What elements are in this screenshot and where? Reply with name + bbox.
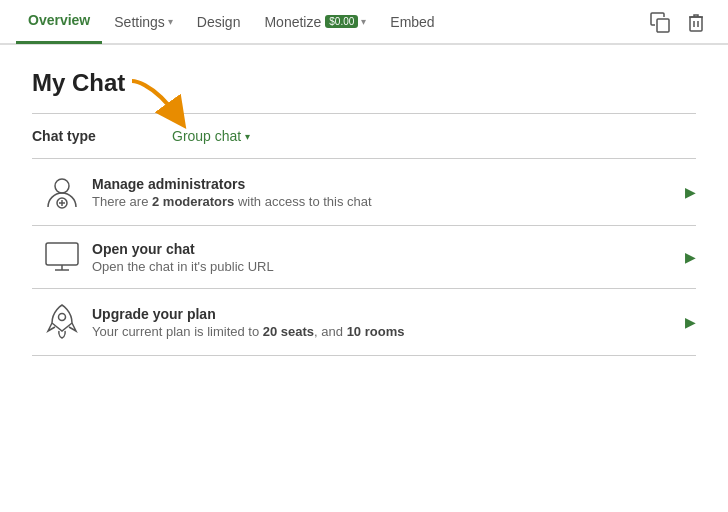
main-content: My Chat Chat type Group chat ▾ — [0, 45, 728, 380]
chat-type-label: Chat type — [32, 128, 172, 144]
nav-item-settings[interactable]: Settings ▾ — [102, 0, 185, 44]
nav-item-embed[interactable]: Embed — [378, 0, 446, 44]
delete-button[interactable] — [680, 6, 712, 38]
nav-label-monetize: Monetize — [264, 14, 321, 30]
upgrade-plan-content: Upgrade your plan Your current plan is l… — [92, 306, 673, 339]
nav-label-overview: Overview — [28, 12, 90, 28]
chevron-down-icon: ▾ — [168, 16, 173, 27]
upgrade-plan-desc: Your current plan is limited to 20 seats… — [92, 324, 673, 339]
manage-admins-content: Manage administrators There are 2 modera… — [92, 176, 673, 209]
chat-type-chevron-icon: ▾ — [245, 131, 250, 142]
list-item-manage-admins[interactable]: Manage administrators There are 2 modera… — [32, 159, 696, 225]
upgrade-plan-title: Upgrade your plan — [92, 306, 673, 322]
upgrade-plan-icon — [32, 303, 92, 341]
nav-item-monetize[interactable]: Monetize $0.00 ▾ — [252, 0, 378, 44]
open-chat-icon — [32, 240, 92, 274]
svg-rect-0 — [657, 19, 669, 32]
chat-type-row: Chat type Group chat ▾ — [32, 114, 696, 158]
nav-label-embed: Embed — [390, 14, 434, 30]
page-title: My Chat — [32, 69, 696, 97]
manage-admins-arrow-icon: ▶ — [685, 184, 696, 200]
nav-label-design: Design — [197, 14, 241, 30]
open-chat-desc: Open the chat in it's public URL — [92, 259, 673, 274]
manage-admins-desc: There are 2 moderators with access to th… — [92, 194, 673, 209]
manage-admins-icon — [32, 173, 92, 211]
copy-button[interactable] — [644, 6, 676, 38]
svg-rect-8 — [46, 243, 78, 265]
open-chat-content: Open your chat Open the chat in it's pub… — [92, 241, 673, 274]
chat-type-value-text: Group chat — [172, 128, 241, 144]
open-chat-arrow-icon: ▶ — [685, 249, 696, 265]
svg-rect-1 — [690, 17, 702, 31]
svg-point-4 — [55, 179, 69, 193]
list-item-open-chat[interactable]: Open your chat Open the chat in it's pub… — [32, 226, 696, 288]
nav-label-settings: Settings — [114, 14, 165, 30]
nav-item-overview[interactable]: Overview — [16, 0, 102, 44]
monetize-badge: $0.00 — [325, 15, 358, 28]
chat-type-dropdown[interactable]: Group chat ▾ — [172, 128, 250, 144]
chevron-down-icon-monetize: ▾ — [361, 16, 366, 27]
upgrade-plan-divider — [32, 355, 696, 356]
upgrade-plan-arrow-icon: ▶ — [685, 314, 696, 330]
open-chat-title: Open your chat — [92, 241, 673, 257]
nav-item-design[interactable]: Design — [185, 0, 253, 44]
top-nav: Overview Settings ▾ Design Monetize $0.0… — [0, 0, 728, 45]
manage-admins-title: Manage administrators — [92, 176, 673, 192]
svg-point-11 — [59, 314, 66, 321]
list-item-upgrade-plan[interactable]: Upgrade your plan Your current plan is l… — [32, 289, 696, 355]
